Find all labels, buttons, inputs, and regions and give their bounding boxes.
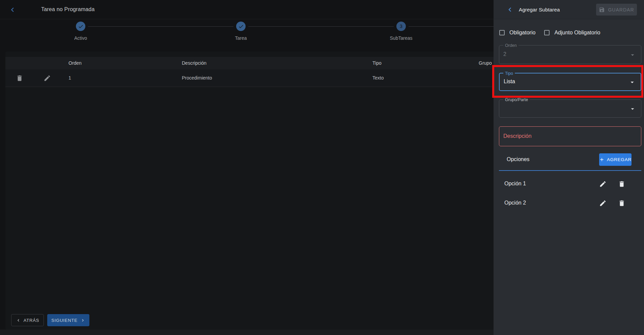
table-row: 1 Procedimiento Texto: [5, 69, 494, 87]
pencil-icon: [44, 74, 51, 82]
row-delete-button[interactable]: [16, 74, 24, 82]
table-header-row: Orden Descripción Tipo Grupo: [5, 57, 494, 69]
bottom-strip: [0, 330, 494, 335]
obligatorio-label: Obligatorio: [509, 30, 535, 36]
plus-icon: [599, 157, 605, 162]
orden-select[interactable]: Orden 2: [499, 45, 641, 64]
step-connector: [248, 26, 394, 27]
save-button[interactable]: GUARDAR: [596, 4, 637, 16]
trash-icon: [618, 180, 625, 188]
opciones-title: Opciones: [507, 156, 530, 162]
orden-label: Orden: [503, 43, 519, 48]
tipo-value: Lista: [504, 79, 515, 85]
dropdown-arrow-icon: [629, 105, 636, 113]
option-1-label: Opción 1: [504, 181, 526, 187]
step-3-circle[interactable]: 3: [396, 22, 406, 31]
check-icon: [78, 24, 84, 29]
save-label: GUARDAR: [608, 7, 634, 12]
panel-back-icon[interactable]: [506, 5, 514, 14]
tipo-label: Tipo: [503, 71, 515, 76]
dropdown-arrow-icon: [629, 51, 636, 59]
back-icon[interactable]: [8, 5, 17, 14]
cell-tipo: Texto: [372, 75, 384, 81]
descripcion-input[interactable]: Descripción: [499, 126, 641, 146]
option-1-edit-button[interactable]: [599, 180, 608, 188]
option-row-2: Opción 2: [494, 199, 644, 208]
opciones-divider: [499, 170, 641, 171]
step-2-label: Tarea: [235, 35, 247, 41]
pencil-icon: [599, 200, 607, 207]
agregar-button[interactable]: AGREGAR: [599, 153, 632, 166]
option-2-label: Opción 2: [504, 200, 526, 206]
row-edit-button[interactable]: [44, 74, 52, 82]
grupo-parte-label: Grupo/Parte: [503, 97, 530, 102]
back-step-label: ATRÁS: [24, 318, 39, 323]
col-header-orden: Orden: [68, 60, 82, 66]
stepper: Activo Tarea 3 SubTareas: [0, 19, 494, 52]
page-title: Tarea no Programada: [41, 6, 95, 12]
step-1-label: Activo: [74, 35, 87, 41]
panel-title: Agregar Subtarea: [519, 7, 560, 12]
step-connector: [409, 26, 494, 27]
step-2-circle[interactable]: [236, 22, 246, 31]
trash-icon: [16, 74, 23, 82]
tipo-select[interactable]: Tipo Lista: [499, 73, 641, 91]
obligatorio-checkbox[interactable]: [499, 30, 505, 35]
pencil-icon: [599, 180, 607, 188]
agregar-label: AGREGAR: [607, 157, 632, 162]
next-step-button[interactable]: SIGUIENTE: [47, 314, 89, 326]
orden-value: 2: [503, 51, 506, 57]
chevron-left-icon: [16, 318, 21, 323]
grupo-parte-select[interactable]: Grupo/Parte: [499, 99, 641, 118]
adjunto-obligatorio-label: Adjunto Obligatorio: [554, 30, 600, 36]
col-header-descripcion: Descripción: [182, 60, 206, 66]
subtasks-table: Orden Descripción Tipo Grupo 1 Procedimi…: [5, 52, 494, 330]
add-subtask-panel: Agregar Subtarea GUARDAR Obligatorio Adj…: [494, 0, 644, 335]
descripcion-placeholder: Descripción: [503, 133, 532, 139]
cell-orden: 1: [68, 75, 71, 81]
col-header-grupo: Grupo: [479, 60, 492, 66]
check-icon: [238, 24, 244, 29]
option-2-delete-button[interactable]: [618, 199, 627, 208]
col-header-tipo: Tipo: [372, 60, 382, 66]
floppy-save-icon: [599, 7, 605, 13]
step-connector: [88, 26, 233, 27]
app-root: Tarea no Programada Activo Tarea 3 SubTa…: [0, 0, 644, 335]
step-3-number: 3: [400, 24, 402, 29]
main-header: Tarea no Programada: [0, 0, 494, 19]
dropdown-arrow-icon: [628, 79, 636, 86]
panel-header: Agregar Subtarea GUARDAR: [494, 0, 644, 19]
option-1-delete-button[interactable]: [618, 180, 627, 188]
back-step-button[interactable]: ATRÁS: [11, 314, 44, 326]
checkbox-row: Obligatorio Adjunto Obligatorio: [499, 30, 600, 36]
step-3-label: SubTareas: [390, 35, 413, 41]
step-1-circle[interactable]: [76, 22, 85, 31]
option-row-1: Opción 1: [494, 180, 644, 189]
next-step-label: SIGUIENTE: [51, 318, 77, 323]
option-2-edit-button[interactable]: [599, 199, 608, 208]
adjunto-obligatorio-checkbox[interactable]: [544, 30, 550, 35]
cell-descripcion: Procedimiento: [182, 75, 212, 81]
trash-icon: [618, 200, 625, 207]
chevron-right-icon: [80, 318, 85, 323]
